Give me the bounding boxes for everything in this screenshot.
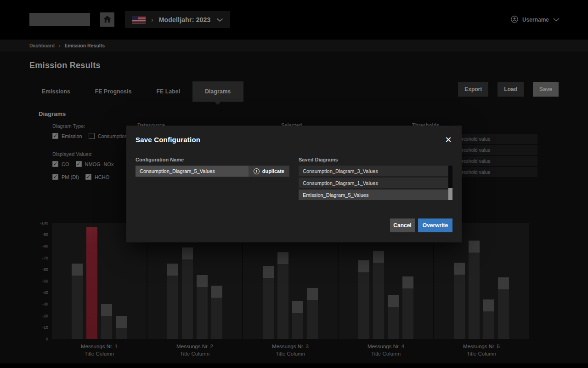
dialog-title: Save Configuration [136, 136, 200, 144]
app-screen: › Modelljahr: 2023 Username Dashboard › … [0, 0, 588, 368]
saved-diagrams-label: Saved Diagrams [299, 157, 338, 162]
save-configuration-dialog: Save Configuration ✕ Configuration Name … [126, 126, 462, 242]
configuration-name-input[interactable]: Consumption_Diagram_5_Values ! duplicate [136, 166, 289, 177]
duplicate-warning-text: duplicate [262, 168, 284, 174]
configuration-name-value: Consumption_Diagram_5_Values [136, 168, 249, 174]
close-button[interactable]: ✕ [443, 134, 454, 145]
duplicate-warning-badge: ! duplicate [249, 166, 289, 177]
overwrite-button[interactable]: Overwrite [418, 218, 452, 232]
scrollbar-thumb[interactable] [448, 188, 452, 200]
saved-diagram-item[interactable]: Consumption_Diagram_1_Values [299, 178, 452, 188]
saved-diagram-item[interactable]: Consumption_Diagram_3_Values [299, 166, 452, 176]
configuration-name-label: Configuration Name [136, 157, 184, 162]
scrollbar-track [448, 166, 452, 200]
saved-diagram-item[interactable]: Emission_Diagram_5_Values [299, 190, 452, 200]
cancel-button[interactable]: Cancel [390, 218, 415, 232]
warning-icon: ! [254, 168, 260, 174]
close-icon: ✕ [445, 135, 452, 144]
saved-diagrams-list: Consumption_Diagram_3_ValuesConsumption_… [299, 166, 452, 200]
